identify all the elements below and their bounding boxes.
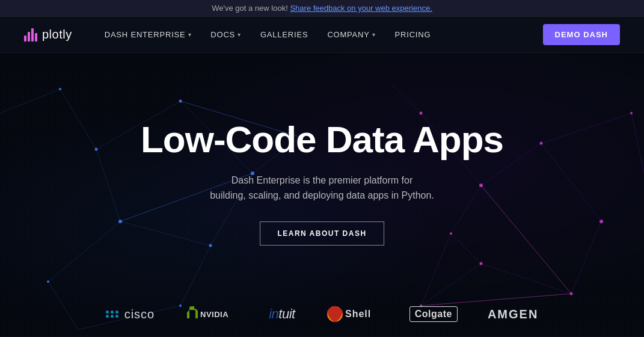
nav-item-docs[interactable]: DOCS ▾ bbox=[202, 25, 250, 44]
logo-bar-1 bbox=[24, 36, 26, 42]
colgate-text: Colgate bbox=[409, 306, 458, 322]
svg-point-33 bbox=[179, 100, 182, 103]
svg-text:Shell: Shell bbox=[345, 309, 371, 319]
svg-point-44 bbox=[570, 292, 573, 295]
hero-title: Low-Code Data Apps bbox=[141, 119, 503, 160]
nav-label-galleries: GALLERIES bbox=[260, 30, 308, 39]
svg-point-43 bbox=[600, 220, 603, 223]
chevron-down-icon-company: ▾ bbox=[372, 31, 376, 38]
shell-icon: Shell bbox=[325, 305, 379, 324]
announcement-bar: We've got a new look! Share feedback on … bbox=[0, 0, 644, 17]
chevron-down-icon: ▾ bbox=[188, 31, 192, 38]
svg-point-42 bbox=[540, 142, 543, 145]
logo-bar-3 bbox=[31, 28, 34, 42]
nav-item-company[interactable]: COMPANY ▾ bbox=[319, 25, 384, 44]
nav-label-company: COMPANY bbox=[327, 30, 369, 39]
nvidia-icon: NVIDIA bbox=[185, 305, 239, 323]
logo-bar-2 bbox=[28, 32, 30, 42]
amgen-text: AMGEN bbox=[488, 308, 538, 321]
nvidia-logo: NVIDIA bbox=[185, 305, 239, 323]
cisco-text: cisco bbox=[124, 308, 155, 321]
hero-subtitle-line2: building, scaling, and deploying data ap… bbox=[210, 190, 434, 200]
logo-icon bbox=[24, 28, 37, 42]
colgate-logo: Colgate bbox=[409, 306, 458, 322]
nav-item-pricing[interactable]: PRICING bbox=[387, 25, 440, 44]
nav-links: DASH ENTERPRISE ▾ DOCS ▾ GALLERIES COMPA… bbox=[96, 25, 543, 44]
svg-point-31 bbox=[118, 220, 122, 223]
navigation: plotly DASH ENTERPRISE ▾ DOCS ▾ GALLERIE… bbox=[0, 17, 644, 53]
svg-point-48 bbox=[630, 112, 633, 114]
amgen-logo: AMGEN bbox=[488, 308, 538, 321]
svg-point-45 bbox=[480, 262, 483, 265]
logos-bar: cisco NVIDIA intuit She bbox=[0, 305, 644, 324]
nav-item-dash-enterprise[interactable]: DASH ENTERPRISE ▾ bbox=[96, 25, 200, 44]
hero-content: Low-Code Data Apps Dash Enterprise is th… bbox=[129, 119, 515, 245]
logo[interactable]: plotly bbox=[24, 28, 72, 42]
logo-bar-4 bbox=[35, 33, 37, 42]
intuit-logo: intuit bbox=[269, 306, 295, 322]
hero-section: Low-Code Data Apps Dash Enterprise is th… bbox=[0, 53, 644, 336]
svg-point-40 bbox=[420, 112, 423, 115]
announcement-link[interactable]: Share feedback on your web experience. bbox=[290, 4, 432, 13]
svg-text:NVIDIA: NVIDIA bbox=[200, 310, 228, 319]
cisco-dots-icon bbox=[106, 311, 118, 318]
learn-about-dash-button[interactable]: LEARN ABOUT DASH bbox=[260, 221, 384, 246]
nav-label-docs: DOCS bbox=[210, 30, 235, 39]
cisco-logo: cisco bbox=[106, 308, 155, 321]
nav-item-galleries[interactable]: GALLERIES bbox=[252, 25, 316, 44]
logo-text: plotly bbox=[42, 28, 72, 42]
chevron-down-icon-docs: ▾ bbox=[238, 31, 241, 38]
nav-label-pricing: PRICING bbox=[395, 30, 431, 39]
announcement-text: We've got a new look! bbox=[212, 4, 288, 13]
hero-subtitle-line1: Dash Enterprise is the premier platform … bbox=[232, 175, 412, 185]
intuit-text: intuit bbox=[269, 306, 295, 322]
demo-dash-button[interactable]: DEMO DASH bbox=[543, 24, 620, 45]
shell-logo: Shell bbox=[325, 305, 379, 324]
svg-point-36 bbox=[47, 280, 49, 283]
svg-point-32 bbox=[95, 148, 98, 151]
nav-label-dash: DASH ENTERPRISE bbox=[105, 30, 186, 39]
hero-subtitle: Dash Enterprise is the premier platform … bbox=[190, 173, 455, 203]
svg-point-38 bbox=[59, 88, 61, 90]
